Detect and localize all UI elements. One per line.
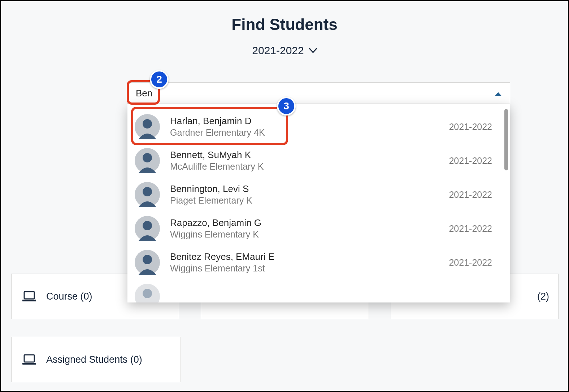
student-year: 2021-2022 — [449, 122, 492, 132]
chevron-down-icon — [309, 46, 317, 55]
avatar-icon — [135, 182, 160, 207]
svg-point-11 — [143, 289, 152, 298]
callout-badge-3: 3 — [277, 97, 296, 116]
right-card-count: (2) — [537, 291, 549, 302]
student-result-row[interactable]: Rapazzo, Benjamin G Wiggins Elementary K… — [127, 212, 503, 245]
scrollbar[interactable] — [504, 109, 508, 170]
student-name: Harlan, Benjamin D — [170, 115, 439, 127]
search-results-list: Harlan, Benjamin D Gardner Elementary 4K… — [127, 104, 503, 302]
search-results-dropdown: Harlan, Benjamin D Gardner Elementary 4K… — [127, 104, 510, 302]
laptop-icon — [22, 291, 36, 302]
caret-up-icon — [495, 88, 502, 99]
student-school: Wiggins Elementary 1st — [170, 263, 439, 274]
svg-rect-15 — [22, 363, 36, 365]
svg-rect-12 — [24, 292, 34, 299]
avatar-icon — [135, 250, 160, 275]
avatar-icon — [135, 148, 160, 173]
svg-point-3 — [143, 153, 152, 162]
search-input[interactable]: Ben — [127, 82, 510, 104]
student-result-row[interactable]: Benitez Reyes, EMauri E Wiggins Elementa… — [127, 245, 503, 279]
student-result-row[interactable]: Harlan, Benjamin D Gardner Elementary 4K… — [127, 110, 503, 144]
student-result-row[interactable] — [127, 279, 503, 302]
svg-point-9 — [143, 255, 152, 264]
assigned-students-card[interactable]: Assigned Students (0) — [11, 337, 181, 382]
student-result-text: Bennington, Levi S Piaget Elementary K — [170, 183, 439, 206]
student-year: 2021-2022 — [449, 257, 492, 268]
student-year: 2021-2022 — [449, 156, 492, 166]
student-school: Piaget Elementary K — [170, 195, 439, 206]
svg-rect-14 — [24, 355, 34, 362]
student-year: 2021-2022 — [449, 223, 492, 234]
avatar-icon — [135, 114, 160, 139]
student-school: Gardner Elementary 4K — [170, 127, 439, 138]
student-school: Wiggins Elementary K — [170, 229, 439, 240]
year-selector-label: 2021-2022 — [252, 44, 304, 57]
student-result-row[interactable]: Bennett, SuMyah K McAuliffe Elementary K… — [127, 144, 503, 178]
student-name: Bennington, Levi S — [170, 183, 439, 195]
student-result-text: Benitez Reyes, EMauri E Wiggins Elementa… — [170, 251, 439, 274]
student-year: 2021-2022 — [449, 190, 492, 200]
summary-cards-row-2: Assigned Students (0) — [11, 337, 181, 382]
laptop-icon — [22, 354, 36, 365]
student-name: Benitez Reyes, EMauri E — [170, 251, 439, 263]
year-selector[interactable]: 2021-2022 — [1, 44, 568, 57]
assigned-students-label: Assigned Students (0) — [46, 354, 142, 365]
callout-badge-2: 2 — [150, 70, 169, 89]
student-name: Rapazzo, Benjamin G — [170, 217, 439, 229]
student-name: Bennett, SuMyah K — [170, 149, 439, 161]
page-title: Find Students — [1, 16, 568, 34]
student-search-combobox: Ben 2 Harlan, Benjamin D Gardner Element… — [127, 82, 510, 104]
app-frame: Find Students 2021-2022 Ben 2 Harlan, — [0, 0, 569, 392]
student-school: McAuliffe Elementary K — [170, 161, 439, 172]
svg-point-5 — [143, 187, 152, 196]
student-result-text: Rapazzo, Benjamin G Wiggins Elementary K — [170, 217, 439, 240]
student-result-row[interactable]: Bennington, Levi S Piaget Elementary K 2… — [127, 178, 503, 212]
search-input-value: Ben — [136, 88, 152, 99]
student-result-text: Harlan, Benjamin D Gardner Elementary 4K — [170, 115, 439, 138]
student-result-text: Bennett, SuMyah K McAuliffe Elementary K — [170, 149, 439, 172]
svg-rect-13 — [22, 300, 36, 301]
avatar-icon — [135, 284, 160, 302]
course-card-label: Course (0) — [46, 291, 92, 302]
svg-point-7 — [143, 221, 152, 230]
avatar-icon — [135, 216, 160, 241]
svg-point-1 — [143, 119, 152, 129]
